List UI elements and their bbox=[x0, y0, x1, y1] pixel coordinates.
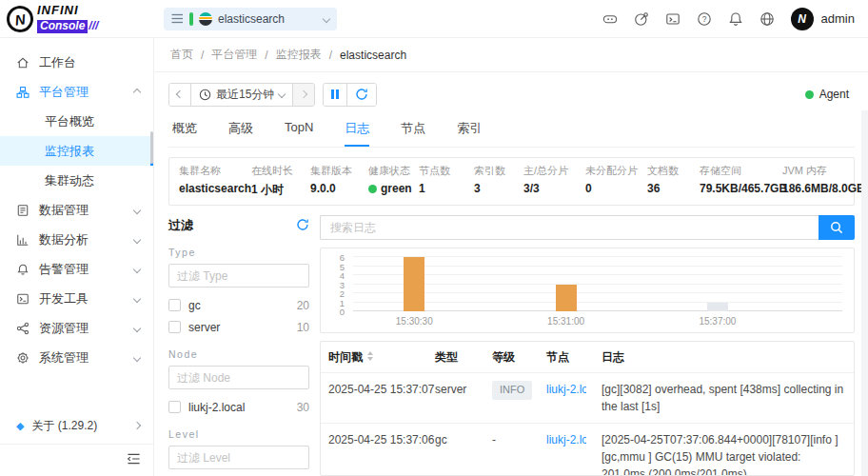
sidebar-item-resource-management[interactable]: 资源管理 bbox=[0, 313, 153, 343]
stat-storage: 存储空间79.5KB/465.7GB bbox=[700, 164, 782, 198]
stat-shards: 主/总分片3/3 bbox=[523, 164, 585, 198]
tab-indices[interactable]: 索引 bbox=[457, 120, 482, 147]
chart-gridline bbox=[353, 266, 842, 267]
log-table-card: 时间戳 类型 等级 节点 日志 2025-04-25 1 bbox=[320, 341, 855, 476]
sidebar-item-cluster-activity[interactable]: 集群动态 bbox=[0, 166, 153, 195]
cluster-selector-value: elasticsearch bbox=[218, 12, 318, 26]
filter-refresh-icon[interactable] bbox=[296, 218, 309, 234]
time-range-group: 最近15分钟 bbox=[168, 83, 315, 107]
log-node-link[interactable]: liukj-2.lo... bbox=[546, 431, 586, 448]
checkbox[interactable] bbox=[168, 321, 181, 333]
stat-uptime: 在线时长1 小时 bbox=[251, 164, 310, 198]
log-type: gc bbox=[427, 424, 484, 476]
y-axis-tick: 6 bbox=[340, 252, 345, 263]
chevron-down-icon bbox=[133, 324, 141, 331]
filter-option-gc[interactable]: gc20 bbox=[168, 294, 309, 316]
filter-option-server[interactable]: server10 bbox=[168, 316, 309, 338]
filter-type-input[interactable] bbox=[168, 264, 309, 288]
chevron-down-icon bbox=[133, 294, 141, 302]
log-histogram-card: 012345615:30:3015:31:0015:37:00 bbox=[320, 248, 855, 333]
sidebar-item-label: 告警管理 bbox=[39, 261, 89, 278]
filter-node-input[interactable] bbox=[168, 366, 309, 389]
app-window: N INFINI Console/// elasticsearch bbox=[0, 0, 868, 476]
time-forward-button[interactable] bbox=[293, 84, 314, 106]
time-range-value: 最近15分钟 bbox=[216, 87, 274, 103]
chart-gridline bbox=[353, 284, 842, 285]
sidebar-item-workbench[interactable]: 工作台 bbox=[0, 48, 153, 77]
log-row: 2025-04-25 15:37:06 gc - liukj-2.lo... [… bbox=[321, 424, 854, 476]
sidebar-item-monitoring-report[interactable]: 监控报表 bbox=[0, 136, 153, 166]
time-toolbar: 最近15分钟 Agent bbox=[168, 82, 855, 107]
sidebar-item-data-management[interactable]: 数据管理 bbox=[0, 195, 153, 225]
search-icon bbox=[830, 221, 843, 234]
brand-logo[interactable]: N INFINI Console/// bbox=[0, 4, 154, 32]
sidebar-item-platform[interactable]: 平台管理 bbox=[0, 77, 153, 107]
page-scrollbar[interactable] bbox=[861, 110, 868, 476]
sidebar-item-label: 工作台 bbox=[39, 54, 76, 71]
search-button[interactable] bbox=[819, 215, 855, 240]
user-avatar[interactable]: N bbox=[791, 8, 814, 30]
filter-option-node[interactable]: liukj-2.local30 bbox=[168, 396, 309, 418]
log-node-link[interactable]: liukj-2.lo... bbox=[546, 381, 586, 398]
checkbox[interactable] bbox=[168, 401, 181, 413]
histogram-bar[interactable] bbox=[556, 285, 577, 312]
stat-node-count: 节点数1 bbox=[419, 164, 474, 198]
user-name[interactable]: admin bbox=[821, 11, 855, 26]
health-status-dot bbox=[368, 185, 377, 193]
breadcrumb-item[interactable]: 监控报表 bbox=[276, 47, 322, 63]
sidebar-item-system-management[interactable]: 系统管理 bbox=[0, 343, 153, 372]
brand-slashes: /// bbox=[89, 19, 98, 32]
breadcrumb-item[interactable]: 首页 bbox=[170, 47, 193, 63]
sidebar-scrollbar-thumb[interactable] bbox=[150, 131, 153, 164]
monitor-tabs: 概览 高级 TopN 日志 节点 索引 bbox=[168, 115, 855, 148]
sidebar-item-about[interactable]: ◆ 关于 (1.29.2) bbox=[0, 407, 153, 444]
sidebar-item-dev-tools[interactable]: 开发工具 bbox=[0, 284, 153, 313]
discord-icon[interactable] bbox=[602, 11, 618, 27]
sidebar-item-label: 监控报表 bbox=[45, 143, 94, 160]
tab-advanced[interactable]: 高级 bbox=[228, 120, 253, 147]
gateway-icon[interactable] bbox=[634, 11, 649, 27]
sort-icon[interactable] bbox=[366, 350, 374, 362]
tab-logs[interactable]: 日志 bbox=[345, 120, 369, 147]
refresh-group bbox=[323, 83, 377, 107]
stat-jvm-memory: JVM 内存186.6MB/8.0GB bbox=[782, 164, 865, 198]
stat-cluster-name: 集群名称elasticsearch bbox=[179, 164, 251, 198]
chevron-down-icon bbox=[133, 235, 141, 243]
breadcrumb-item[interactable]: 平台管理 bbox=[211, 47, 257, 63]
time-range-select[interactable]: 最近15分钟 bbox=[191, 84, 293, 106]
checkbox[interactable] bbox=[168, 299, 181, 311]
tab-topn[interactable]: TopN bbox=[285, 120, 313, 147]
sidebar-item-label: 平台管理 bbox=[39, 84, 89, 101]
cluster-selector[interactable]: elasticsearch bbox=[164, 8, 337, 30]
sidebar-item-data-analysis[interactable]: 数据分析 bbox=[0, 225, 153, 254]
histogram-bar[interactable] bbox=[707, 303, 728, 311]
breadcrumb-separator: / bbox=[329, 49, 332, 62]
pause-button[interactable] bbox=[324, 84, 347, 106]
log-search bbox=[320, 215, 855, 240]
platform-icon bbox=[16, 86, 30, 99]
sidebar-item-platform-overview[interactable]: 平台概览 bbox=[0, 107, 153, 136]
breadcrumb-separator: / bbox=[265, 49, 267, 62]
chevron-up-icon bbox=[133, 88, 141, 95]
notification-bell-icon[interactable] bbox=[728, 11, 743, 27]
clock-icon bbox=[199, 89, 211, 101]
menu-fold-icon[interactable] bbox=[127, 452, 141, 469]
column-timestamp[interactable]: 时间戳 bbox=[321, 342, 427, 373]
tab-nodes[interactable]: 节点 bbox=[401, 120, 425, 147]
refresh-button[interactable] bbox=[347, 84, 376, 106]
gem-icon: ◆ bbox=[16, 421, 24, 431]
time-back-button[interactable] bbox=[169, 84, 191, 106]
help-icon[interactable]: ? bbox=[697, 11, 712, 27]
log-histogram-plot: 012345615:30:3015:31:0015:37:00 bbox=[353, 257, 842, 311]
tab-overview[interactable]: 概览 bbox=[172, 120, 197, 147]
dev-console-icon[interactable] bbox=[665, 11, 681, 27]
language-globe-icon[interactable] bbox=[760, 11, 775, 27]
stat-index-count: 索引数3 bbox=[474, 164, 523, 198]
sidebar-item-alerting[interactable]: 告警管理 bbox=[0, 254, 153, 284]
top-header: N INFINI Console/// elasticsearch bbox=[0, 0, 868, 38]
search-input[interactable] bbox=[320, 215, 819, 240]
histogram-bar[interactable] bbox=[404, 257, 424, 311]
avatar-monogram: N bbox=[798, 12, 806, 26]
agent-status[interactable]: Agent bbox=[805, 88, 855, 101]
filter-level-input[interactable] bbox=[168, 446, 309, 469]
